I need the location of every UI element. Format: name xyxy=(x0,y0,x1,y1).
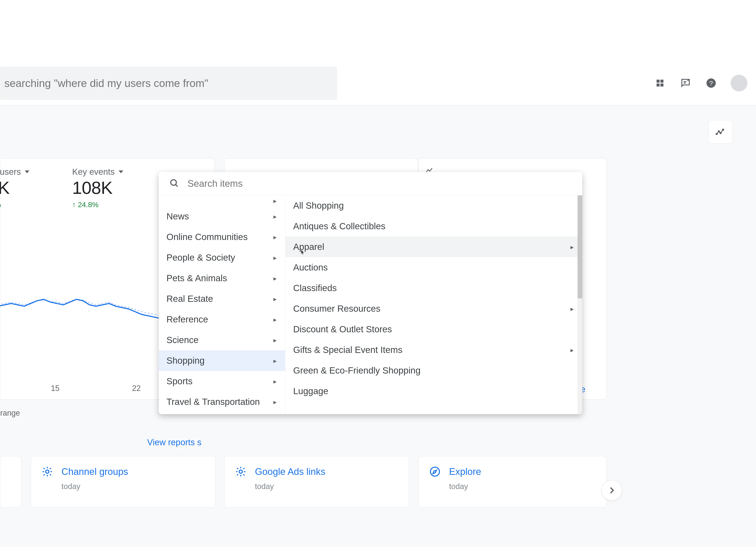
recent-card-google-ads-links[interactable]: Google Ads links today xyxy=(224,456,409,507)
category-column-2[interactable]: All ShoppingAntiques & CollectiblesAppar… xyxy=(285,195,582,414)
subcategory-item[interactable]: Green & Eco-Friendly Shopping xyxy=(285,360,582,381)
card-subtitle: today xyxy=(449,482,596,491)
recent-card-channel-groups[interactable]: Channel groups today xyxy=(31,456,215,507)
metric-value: 108K xyxy=(72,178,123,198)
svg-rect-0 xyxy=(657,80,660,83)
card-title: Explore xyxy=(449,466,481,477)
subcategory-label: Auctions xyxy=(293,262,328,273)
subcategory-label: Gifts & Special Event Items xyxy=(293,345,402,355)
caret-down-icon xyxy=(25,171,29,173)
chevron-right-icon: ▸ xyxy=(273,233,277,241)
subcategory-item[interactable]: Gifts & Special Event Items▸ xyxy=(285,339,582,360)
subcategory-item[interactable]: Consumer Resources▸ xyxy=(285,298,582,319)
category-label: Real Estate xyxy=(166,294,213,304)
chevron-right-icon: ▸ xyxy=(273,213,277,220)
metric-delta: .9% xyxy=(0,201,29,209)
svg-point-7 xyxy=(718,131,719,132)
recent-cards-row: Channel groups today Google Ads links to… xyxy=(0,456,756,511)
svg-point-11 xyxy=(46,470,49,473)
category-item[interactable]: Science▸ xyxy=(159,330,285,350)
metric-label: ve users xyxy=(0,167,21,177)
category-item-truncated[interactable]: ▸ xyxy=(159,195,285,206)
subcategory-item[interactable]: Classifieds xyxy=(285,278,582,298)
chevron-right-icon: ▸ xyxy=(273,316,277,323)
chevron-right-icon: ▸ xyxy=(273,378,277,385)
category-column-1[interactable]: ▸News▸Online Communities▸People & Societ… xyxy=(159,195,285,414)
scrollbar-track[interactable] xyxy=(578,195,582,414)
subcategory-item[interactable]: Luggage xyxy=(285,381,582,401)
subcategory-label: Apparel xyxy=(293,242,324,252)
svg-point-8 xyxy=(720,133,721,134)
category-label: Science xyxy=(166,335,198,345)
category-picker-popover: ▸News▸Online Communities▸People & Societ… xyxy=(159,172,582,414)
category-item[interactable]: Real Estate▸ xyxy=(159,288,285,309)
subcategory-item[interactable]: Auctions xyxy=(285,257,582,278)
svg-rect-1 xyxy=(660,80,663,83)
svg-point-13 xyxy=(430,467,439,476)
card-subtitle: today xyxy=(255,482,398,491)
date-range-label: range xyxy=(0,408,20,417)
metric-active-users[interactable]: ve users 2K .9% xyxy=(0,167,29,209)
metric-key-events[interactable]: Key events 108K ↑ 24.8% xyxy=(72,167,123,209)
svg-point-6 xyxy=(716,133,717,135)
global-search-input[interactable] xyxy=(4,77,337,90)
cards-next-button[interactable] xyxy=(601,480,622,501)
chevron-right-icon: ▸ xyxy=(570,305,574,312)
category-item[interactable]: Sports▸ xyxy=(159,371,285,391)
category-item[interactable]: People & Society▸ xyxy=(159,247,285,268)
x-tick: 22 xyxy=(132,384,141,393)
subcategory-label: Classifieds xyxy=(293,283,337,293)
svg-point-12 xyxy=(239,470,242,473)
search-icon xyxy=(169,178,179,189)
category-label: Shopping xyxy=(166,355,205,366)
category-label: News xyxy=(166,211,189,222)
recent-card-partial[interactable] xyxy=(0,456,21,507)
subcategory-label: All Shopping xyxy=(293,201,344,211)
category-item[interactable]: News▸ xyxy=(159,206,285,227)
apps-icon[interactable] xyxy=(654,77,666,89)
chevron-right-icon: ▸ xyxy=(273,274,277,282)
global-search-bar[interactable] xyxy=(0,67,337,100)
chevron-right-icon: ▸ xyxy=(273,357,277,364)
category-item[interactable]: Reference▸ xyxy=(159,309,285,330)
category-label: Reference xyxy=(166,314,208,324)
chevron-right-icon: ▸ xyxy=(570,346,574,354)
trend-sparkline xyxy=(0,291,161,325)
category-item[interactable]: Pets & Animals▸ xyxy=(159,268,285,288)
metric-label: Key events xyxy=(72,167,115,177)
subcategory-item[interactable]: All Shopping xyxy=(285,195,582,216)
view-reports-link[interactable]: View reports s xyxy=(147,437,201,447)
popover-search-input[interactable] xyxy=(187,178,572,189)
popover-search-row xyxy=(159,172,582,195)
x-tick: 15 xyxy=(51,384,59,393)
page-body: ve users 2K .9% Key events 108K ↑ 24.8% xyxy=(0,105,756,547)
category-item[interactable]: Travel & Transportation▸ xyxy=(159,391,285,412)
category-label: Pets & Animals xyxy=(166,273,227,283)
card-title: Google Ads links xyxy=(255,466,325,477)
scrollbar-thumb[interactable] xyxy=(578,195,582,298)
recent-card-explore[interactable]: Explore today xyxy=(418,456,607,507)
gear-icon xyxy=(41,466,53,478)
subcategory-item[interactable]: Antiques & Collectibles xyxy=(285,216,582,237)
category-label: Sports xyxy=(166,376,192,386)
feedback-icon[interactable] xyxy=(680,77,692,89)
chevron-right-icon: ▸ xyxy=(273,336,277,344)
subcategory-item[interactable]: Apparel▸ xyxy=(285,237,582,257)
subcategory-label: Green & Eco-Friendly Shopping xyxy=(293,365,421,376)
category-label: Online Communities xyxy=(166,232,248,242)
subcategory-item[interactable]: Discount & Outlet Stores xyxy=(285,319,582,339)
card-title: Channel groups xyxy=(61,466,128,477)
category-label: People & Society xyxy=(166,253,235,263)
help-icon[interactable]: ? xyxy=(705,77,717,89)
insights-button[interactable] xyxy=(709,120,732,144)
metric-delta: ↑ 24.8% xyxy=(72,201,123,209)
account-avatar[interactable] xyxy=(731,75,747,92)
category-item[interactable]: Shopping▸ xyxy=(159,350,285,371)
card-subtitle: today xyxy=(61,482,205,491)
chevron-right-icon: ▸ xyxy=(273,254,277,262)
svg-point-10 xyxy=(171,180,176,185)
explore-icon xyxy=(429,466,441,478)
svg-rect-2 xyxy=(657,84,660,87)
metric-value: 2K xyxy=(0,178,29,198)
category-item[interactable]: Online Communities▸ xyxy=(159,227,285,247)
